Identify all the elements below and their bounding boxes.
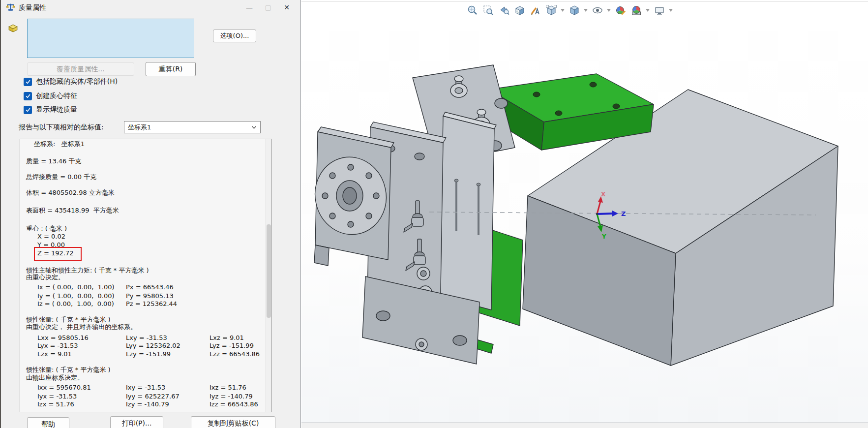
checkbox-show-weld-mass[interactable]: 显示焊缝质量 <box>24 105 77 115</box>
edit-appearance-icon[interactable] <box>614 3 627 17</box>
tensor-cell: Lyx = -31.53 <box>37 342 78 350</box>
minimize-button[interactable]: — <box>241 1 258 14</box>
3d-model: X Z Y <box>301 0 868 428</box>
tensor-centroid-subtitle: 由重心决定， 并且对齐输出的坐标系。 <box>26 323 137 331</box>
principal-axis-ix: Ix = ( 0.00, 0.00, 1.00) <box>37 283 115 291</box>
view-settings-icon[interactable] <box>653 3 666 17</box>
display-style-icon[interactable] <box>568 3 581 17</box>
principal-moment-py: Py = 95805.13 <box>126 292 174 300</box>
heads-up-view-toolbar <box>466 3 673 17</box>
tensor-output-subtitle: 由输出座标系决定。 <box>26 374 84 382</box>
tensor-cell: Lzz = 66543.86 <box>210 350 260 358</box>
zoom-to-fit-icon[interactable] <box>466 3 479 17</box>
coordinate-selector-label: 报告与以下项相对的坐标值: <box>19 123 104 132</box>
triad-y-label: Y <box>601 233 606 240</box>
triad-x-label: X <box>601 191 606 198</box>
apply-scene-dropdown-caret[interactable] <box>645 9 650 12</box>
tensor-cell: Izx = 51.76 <box>37 400 74 408</box>
checkbox-label: 包括隐藏的实体/零部件(H) <box>36 77 118 86</box>
tensor-cell: Lxz = 9.01 <box>210 334 244 342</box>
hide-show-items-dropdown-caret[interactable] <box>606 9 611 12</box>
view-orientation-icon[interactable] <box>544 3 558 17</box>
tensor-cell: Iyy = 625227.67 <box>126 393 180 400</box>
checked-checkbox-icon <box>24 92 32 100</box>
report-mass: 质量 = 13.46 千克 <box>26 157 82 165</box>
principal-axes-subtitle: 由重心决定。 <box>26 274 64 281</box>
recalculate-button[interactable]: 重算(R) <box>146 62 196 76</box>
tensor-cell: Ixz = 51.76 <box>210 384 246 392</box>
3d-drawing-view-icon[interactable] <box>529 3 542 17</box>
graphics-viewport[interactable]: X Z Y <box>301 0 868 428</box>
copy-to-clipboard-button[interactable]: 复制到剪贴板(C) <box>191 416 275 428</box>
checkbox-create-com-feature[interactable]: 创建质心特征 <box>24 91 77 101</box>
report-surface-area: 表面积 = 435418.99 平方毫米 <box>26 207 119 214</box>
report-scrollbar-thumb[interactable] <box>267 224 271 318</box>
tensor-cell: Ixx = 595670.81 <box>37 384 91 392</box>
report-volume: 体积 = 4805502.98 立方毫米 <box>26 189 115 197</box>
dialog-title: 质量属性 <box>19 3 46 12</box>
apply-scene-icon[interactable] <box>629 3 643 17</box>
status-bar <box>301 423 868 428</box>
checked-checkbox-icon <box>24 78 32 86</box>
tensor-cell: Iyx = -31.53 <box>37 393 77 400</box>
principal-moment-px: Px = 66543.46 <box>126 283 174 291</box>
tensor-cell: Lxy = -31.53 <box>126 334 167 342</box>
mass-properties-report[interactable]: 坐标系: 坐标系1 质量 = 13.46 千克 总焊接质量 = 0.00 千克 … <box>20 139 272 412</box>
maximize-button: ▢ <box>260 1 276 14</box>
options-button[interactable]: 选项(O)... <box>213 30 256 42</box>
screenshot-root: 质量属性 — ▢ ✕ 选项(O)... 覆盖质量属性... 重算(R) 包括隐藏… <box>0 0 868 428</box>
triad-z-label: Z <box>621 210 626 217</box>
zoom-to-area-icon[interactable] <box>481 3 495 17</box>
override-mass-properties-button[interactable]: 覆盖质量属性... <box>27 62 134 76</box>
tensor-cell: Lzy = -151.99 <box>126 350 171 358</box>
checkbox-label: 显示焊缝质量 <box>36 105 77 114</box>
coordinate-system-value: 坐标系1 <box>124 123 251 132</box>
centroid-z-highlight-box <box>34 247 82 261</box>
previous-view-icon[interactable] <box>497 3 510 17</box>
principal-moment-pz: Pz = 125362.44 <box>126 300 177 308</box>
report-scrollbar[interactable] <box>266 139 271 412</box>
tensor-cell: Ixy = -31.53 <box>126 384 165 392</box>
selection-input[interactable] <box>27 19 194 58</box>
display-style-dropdown-caret[interactable] <box>583 9 588 12</box>
hide-show-items-icon[interactable] <box>591 3 604 17</box>
tensor-cell: Izy = -140.79 <box>126 400 169 408</box>
checked-checkbox-icon <box>24 106 32 114</box>
principal-axis-iz: Iz = ( 0.00, 1.00, 0.00) <box>37 300 114 308</box>
report-weld-mass: 总焊接质量 = 0.00 千克 <box>26 173 96 181</box>
centroid-x: X = 0.02 <box>37 233 65 241</box>
chevron-down-icon <box>251 125 260 129</box>
print-button[interactable]: 打印(P)... <box>110 416 163 428</box>
report-coordinate-system: 坐标系: 坐标系1 <box>34 140 85 148</box>
close-button[interactable]: ✕ <box>278 1 295 14</box>
centroid-title: 重心 : ( 毫米 ) <box>26 225 67 233</box>
section-view-icon[interactable] <box>513 3 526 17</box>
dialog-titlebar[interactable]: 质量属性 — ▢ ✕ <box>0 0 300 15</box>
tensor-cell: Lzx = 9.01 <box>37 350 72 358</box>
principal-axis-iy: Iy = ( 1.00, 0.00, 0.00) <box>37 292 115 300</box>
tensor-cell: Lyz = -151.99 <box>210 342 254 350</box>
flanged-cylinder[interactable] <box>308 127 394 266</box>
help-button[interactable]: 帮助 <box>27 417 69 428</box>
coordinate-system-dropdown[interactable]: 坐标系1 <box>124 121 261 133</box>
view-settings-dropdown-caret[interactable] <box>668 9 673 12</box>
left-window-edge <box>0 0 1 428</box>
mass-properties-dialog: 质量属性 — ▢ ✕ 选项(O)... 覆盖质量属性... 重算(R) 包括隐藏… <box>0 0 301 428</box>
tensor-cell: Lyy = 125362.02 <box>126 342 180 350</box>
checkbox-label: 创建质心特征 <box>36 92 77 100</box>
tensor-cell: Izz = 66543.86 <box>210 400 258 408</box>
tensor-output-title: 惯性张量: ( 千克 * 平方毫米 ) <box>26 366 111 374</box>
tensor-centroid-title: 惯性张量: ( 千克 * 平方毫米 ) <box>26 316 111 324</box>
tensor-cell: Iyz = -140.79 <box>210 393 253 400</box>
tensor-cell: Lxx = 95805.16 <box>37 334 89 342</box>
mass-properties-scale-icon <box>6 2 15 14</box>
part-icon <box>7 23 19 35</box>
middle-plate[interactable] <box>440 112 496 310</box>
checkbox-include-hidden[interactable]: 包括隐藏的实体/零部件(H) <box>24 77 118 87</box>
view-orientation-dropdown-caret[interactable] <box>560 9 565 12</box>
